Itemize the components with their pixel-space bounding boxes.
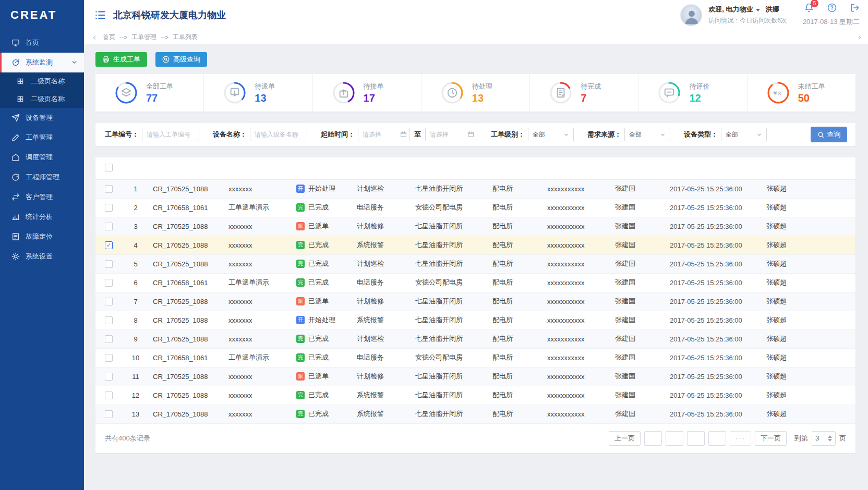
row-checkbox[interactable]: ✓ bbox=[105, 279, 113, 287]
status-text: 已派单 bbox=[308, 297, 329, 306]
sidebar-item[interactable]: 工程师管理 bbox=[0, 167, 84, 187]
page-ellipsis-button[interactable]: ··· bbox=[730, 431, 751, 446]
select-all-checkbox[interactable] bbox=[105, 164, 113, 172]
table-row[interactable]: ✓ 1 CR_170525_1088 xxxxxxx 开 开始处理 bbox=[95, 179, 855, 198]
order-no-input[interactable] bbox=[142, 128, 199, 141]
create-order-button[interactable]: 生成工单 bbox=[95, 52, 147, 67]
table-row[interactable]: ✓ 12 CR_170525_1088 xxxxxxx 完 已完成 bbox=[95, 386, 855, 405]
cell-time: 2017-05-25 15:25:36:00 bbox=[668, 254, 764, 273]
column-header[interactable] bbox=[226, 157, 294, 179]
menu-toggle-icon[interactable] bbox=[94, 9, 106, 21]
sidebar-item[interactable]: 二级页名称 bbox=[0, 72, 84, 90]
sidebar-item[interactable]: 工单管理 bbox=[0, 128, 84, 148]
cell-starter: 张建国 bbox=[613, 367, 668, 386]
chevron-left-icon[interactable] bbox=[91, 34, 98, 41]
table-row[interactable]: ✓ 5 CR_170525_1088 xxxxxxx 完 已完成 bbox=[95, 254, 855, 273]
column-header[interactable] bbox=[545, 157, 613, 179]
table-row[interactable]: ✓ 8 CR_170525_1088 xxxxxxx 开 开始处理 bbox=[95, 311, 855, 329]
sidebar-item[interactable]: 系统设置 bbox=[0, 247, 84, 266]
sidebar-item[interactable]: 故障定位 bbox=[0, 227, 84, 247]
advanced-search-button[interactable]: 高级查询 bbox=[155, 52, 207, 67]
column-header[interactable] bbox=[764, 157, 855, 179]
table-row[interactable]: ✓ 13 CR_170525_1088 xxxxxxx 完 已完成 bbox=[95, 405, 855, 423]
sidebar-item[interactable]: 首页 bbox=[0, 33, 84, 53]
row-checkbox[interactable]: ✓ bbox=[105, 354, 113, 362]
sidebar-item[interactable]: 二级页名称 bbox=[0, 90, 84, 108]
table-row[interactable]: ✓ 9 CR_170525_1088 xxxxxxx 完 已完成 bbox=[95, 329, 855, 348]
column-header[interactable] bbox=[355, 157, 413, 179]
row-checkbox[interactable]: ✓ bbox=[105, 373, 113, 381]
calendar-icon[interactable] bbox=[400, 131, 407, 138]
next-page-button[interactable]: 下一页 bbox=[755, 431, 787, 446]
stat-card[interactable]: 待派单 13 bbox=[204, 74, 312, 112]
cell-desc: xxxxxxxxxxx bbox=[545, 348, 613, 367]
stepper-arrows-icon[interactable] bbox=[828, 435, 832, 442]
sidebar-item[interactable]: 调度管理 bbox=[0, 148, 84, 167]
avatar[interactable] bbox=[680, 4, 702, 26]
date-display: 2017-08-13 星期二 bbox=[803, 17, 860, 27]
table-row[interactable]: ✓ 11 CR_170525_1088 xxxxxxx 派 已派单 bbox=[95, 367, 855, 386]
stat-card[interactable]: 待接单 17 bbox=[313, 74, 421, 112]
page-number-button[interactable] bbox=[666, 431, 683, 446]
stat-card[interactable]: 待处理 13 bbox=[421, 74, 530, 112]
cell-starter: 张建国 bbox=[613, 292, 668, 311]
welcome-text[interactable]: 欢迎, 电力物业 bbox=[708, 5, 753, 14]
column-header[interactable] bbox=[490, 157, 545, 179]
calendar-icon[interactable] bbox=[467, 131, 474, 138]
row-checkbox[interactable]: ✓ bbox=[105, 410, 113, 418]
column-header[interactable] bbox=[294, 157, 355, 179]
breadcrumb-item-home[interactable]: 首页 bbox=[103, 33, 115, 42]
table-row[interactable]: ✓ 10 CR_170658_1061 工单派单演示 完 已完成 bbox=[95, 348, 855, 367]
stat-card[interactable]: 全部工单 77 bbox=[95, 74, 204, 112]
source-select[interactable]: 全部 bbox=[624, 128, 670, 141]
row-checkbox[interactable]: ✓ bbox=[105, 335, 113, 343]
chevron-right-icon[interactable] bbox=[857, 34, 863, 41]
chevron-down-icon[interactable] bbox=[756, 9, 760, 11]
table-row[interactable]: ✓ 3 CR_170525_1088 xxxxxxx 派 已派单 bbox=[95, 217, 855, 236]
row-checkbox[interactable]: ✓ bbox=[105, 316, 113, 324]
row-checkbox[interactable]: ✓ bbox=[105, 391, 113, 399]
table-row[interactable]: ✓ 7 CR_170525_1088 xxxxxxx 派 已派单 bbox=[95, 292, 855, 311]
notifications-button[interactable]: 5 bbox=[804, 3, 814, 15]
stat-card[interactable]: 待完成 7 bbox=[530, 74, 638, 112]
device-name-input[interactable] bbox=[250, 128, 307, 141]
logout-button[interactable] bbox=[850, 3, 860, 15]
column-header[interactable] bbox=[151, 157, 226, 179]
column-header[interactable] bbox=[668, 157, 764, 179]
search-button[interactable]: 查询 bbox=[811, 127, 847, 142]
cell-status: 完 已完成 bbox=[294, 198, 355, 217]
device-type-select[interactable]: 全部 bbox=[721, 128, 767, 141]
row-checkbox[interactable]: ✓ bbox=[105, 204, 113, 212]
sidebar-item[interactable]: 客户管理 bbox=[0, 187, 84, 207]
page-number-button[interactable] bbox=[708, 431, 726, 446]
level-select[interactable]: 全部 bbox=[528, 128, 574, 141]
chevron-down-icon bbox=[71, 59, 78, 67]
row-checkbox[interactable]: ✓ bbox=[105, 223, 113, 230]
table-row[interactable]: ✓ 2 CR_170658_1061 工单派单演示 完 已完成 bbox=[95, 198, 855, 217]
row-checkbox[interactable]: ✓ bbox=[105, 241, 113, 249]
breadcrumb-item-workorder[interactable]: 工单管理 bbox=[131, 33, 156, 42]
goto-page-stepper[interactable]: 3 bbox=[812, 431, 836, 446]
sidebar-item[interactable]: 统计分析 bbox=[0, 207, 84, 227]
column-header[interactable] bbox=[413, 157, 490, 179]
row-checkbox[interactable]: ✓ bbox=[105, 298, 113, 305]
page-number-button[interactable] bbox=[644, 431, 662, 446]
stat-card[interactable]: 待评价 12 bbox=[638, 74, 747, 112]
table-row[interactable]: ✓ 4 CR_170525_1088 xxxxxxx 完 已完成 bbox=[95, 236, 855, 254]
cell-source: 计划检修 bbox=[355, 292, 413, 311]
prev-page-button[interactable]: 上一页 bbox=[609, 431, 641, 446]
row-checkbox[interactable]: ✓ bbox=[105, 260, 113, 268]
cell-dispatcher: 张硕超 bbox=[764, 217, 855, 236]
column-header[interactable] bbox=[120, 157, 151, 179]
table-row[interactable]: ✓ 6 CR_170658_1061 工单派单演示 完 已完成 bbox=[95, 273, 855, 292]
help-button[interactable] bbox=[827, 3, 837, 15]
page-number-button[interactable] bbox=[687, 431, 705, 446]
sidebar-item[interactable]: 系统监测 bbox=[0, 53, 84, 72]
sidebar-item[interactable]: 设备管理 bbox=[0, 108, 84, 128]
breadcrumb-item-list[interactable]: 工单列表 bbox=[173, 33, 198, 42]
stat-card[interactable]: 未结工单 50 bbox=[748, 74, 855, 112]
sidebar-item-icon bbox=[11, 213, 20, 221]
row-checkbox[interactable]: ✓ bbox=[105, 185, 113, 193]
column-header[interactable] bbox=[613, 157, 668, 179]
row-checkbox-cell: ✓ bbox=[95, 198, 120, 217]
